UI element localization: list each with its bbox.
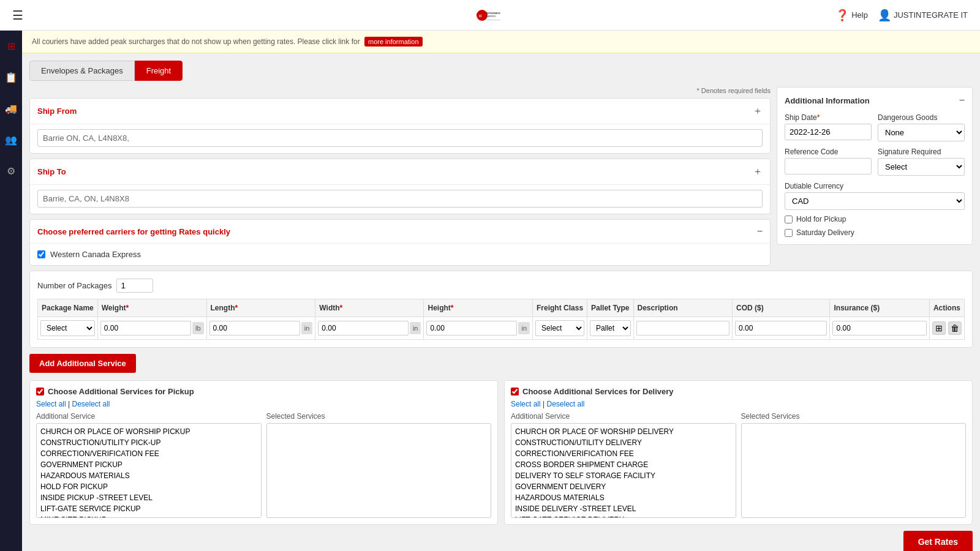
svg-point-0 [477, 10, 488, 21]
list-item: CHURCH OR PLACE OF WORSHIP DELIVERY [511, 426, 736, 437]
delivery-deselect-all-link[interactable]: Deselect all [547, 400, 585, 408]
list-item: CONSTRUCTION/UTILITY PICK-UP [37, 437, 261, 448]
ship-date-input[interactable] [785, 124, 872, 140]
ship-to-header[interactable]: Ship To ＋ [30, 159, 770, 184]
table-header-row: Package Name Weight* Length* Width* Heig… [38, 299, 965, 317]
pickup-panel-checkbox[interactable] [36, 388, 44, 395]
reference-code-label: Reference Code [785, 148, 872, 156]
pickup-deselect-all-link[interactable]: Deselect all [72, 400, 110, 408]
svg-text:IC: IC [479, 13, 482, 17]
user-button[interactable]: 👤 JUSTINTEGRATE IT [878, 9, 968, 22]
dangerous-goods-select[interactable]: None [878, 124, 965, 141]
form-left: * Denotes required fields Ship From ＋ Sh… [29, 87, 771, 271]
col-length: Length* [206, 299, 315, 317]
additional-info-collapse-icon[interactable]: − [959, 95, 965, 106]
top-nav: ☰ IC INTEGRATED CARRIERS "Helping Everyo… [0, 0, 980, 31]
ship-to-input[interactable] [37, 190, 763, 208]
packages-section: Number of Packages Package Name Weight* … [29, 271, 973, 348]
cell-description [633, 317, 733, 340]
list-item: INSIDE DELIVERY -STREET LEVEL [511, 503, 736, 514]
additional-info-header: Additional Information − [785, 95, 965, 106]
weight-input[interactable] [100, 321, 191, 335]
col-width: Width* [315, 299, 424, 317]
western-canada-express-checkbox[interactable] [37, 250, 45, 258]
pickup-services-listbox[interactable]: CHURCH OR PLACE OF WORSHIP PICKUP CONSTR… [36, 423, 262, 518]
length-input[interactable] [209, 321, 300, 335]
ship-from-input[interactable] [37, 129, 763, 147]
sidebar-home-icon[interactable]: ⊞ [4, 37, 19, 56]
tab-envelopes-packages[interactable]: Envelopes & Packages [29, 61, 135, 81]
carriers-section: Choose preferred carriers for getting Ra… [29, 219, 771, 266]
list-item: MINE SITE PICKUP [37, 514, 261, 518]
sidebar-document-icon[interactable]: 📋 [1, 68, 21, 87]
pickup-selected-listbox[interactable] [266, 423, 492, 518]
svg-text:"Helping Everyone Succeed": "Helping Everyone Succeed" [486, 18, 500, 20]
tab-freight[interactable]: Freight [135, 61, 183, 81]
cod-input[interactable] [735, 321, 827, 335]
list-item: CORRECTION/VERIFICATION FEE [511, 448, 736, 459]
ship-from-content [30, 124, 770, 153]
col-weight: Weight* [97, 299, 206, 317]
list-item: GOVERNMENT DELIVERY [511, 481, 736, 492]
carriers-header[interactable]: Choose preferred carriers for getting Ra… [30, 220, 770, 243]
delivery-services-listbox[interactable]: CHURCH OR PLACE OF WORSHIP DELIVERY CONS… [511, 423, 736, 518]
carriers-label: Choose preferred carriers for getting Ra… [37, 227, 230, 236]
form-right: Additional Information − Ship Date* Dang… [777, 87, 973, 245]
delivery-panel-checkbox[interactable] [511, 388, 519, 395]
ship-from-expand-icon[interactable]: ＋ [753, 105, 763, 118]
hold-for-pickup-checkbox[interactable] [785, 216, 793, 223]
freight-class-select[interactable]: Select [535, 320, 584, 336]
ship-from-section: Ship From ＋ [29, 98, 771, 154]
help-button[interactable]: ❓ Help [835, 9, 868, 22]
pickup-select-all-link[interactable]: Select all [36, 400, 66, 408]
col-description: Description [633, 299, 733, 317]
insurance-input[interactable] [832, 321, 926, 335]
pallet-type-select[interactable]: Pallet [590, 320, 630, 336]
list-item: LIFT-GATE SERVICE PICKUP [37, 503, 261, 514]
delivery-selected-listbox[interactable] [741, 423, 967, 518]
svg-text:CARRIERS: CARRIERS [486, 15, 496, 18]
delivery-select-all-link[interactable]: Select all [511, 400, 541, 408]
copy-row-button[interactable]: ⊞ [932, 321, 946, 335]
packages-table: Package Name Weight* Length* Width* Heig… [37, 299, 965, 340]
width-input[interactable] [318, 321, 409, 335]
pkg-count-input[interactable] [116, 279, 153, 293]
delete-row-button[interactable]: 🗑 [948, 321, 962, 335]
saturday-delivery-row: Saturday Delivery [785, 228, 965, 237]
ship-to-expand-icon[interactable]: ＋ [753, 165, 763, 178]
list-item: CROSS BORDER SHIPMENT CHARGE [511, 459, 736, 470]
ship-from-header[interactable]: Ship From ＋ [30, 99, 770, 124]
list-item: HAZARDOUS MATERIALS [511, 492, 736, 503]
description-input[interactable] [636, 321, 730, 335]
cell-actions: ⊞ 🗑 [929, 317, 964, 340]
sidebar-settings-icon[interactable]: ⚙ [3, 162, 19, 181]
banner-message: All couriers have added peak surcharges … [32, 37, 360, 46]
ship-to-label: Ship To [37, 167, 66, 176]
saturday-delivery-checkbox[interactable] [785, 229, 793, 237]
main-content: Envelopes & Packages Freight * Denotes r… [22, 53, 980, 551]
signature-required-select[interactable]: Select [878, 158, 965, 176]
cell-cod [733, 317, 830, 340]
sidebar-truck-icon[interactable]: 🚚 [1, 99, 21, 118]
hamburger-menu[interactable]: ☰ [12, 8, 23, 23]
package-name-select[interactable]: Select [40, 320, 95, 336]
ship-to-content [30, 184, 770, 214]
carriers-collapse-icon[interactable]: − [757, 226, 763, 237]
dangerous-goods-label: Dangerous Goods [878, 113, 965, 122]
height-input[interactable] [426, 321, 517, 335]
action-icons: ⊞ 🗑 [932, 321, 962, 335]
list-item: CONSTRUCTION/UTILITY DELIVERY [511, 437, 736, 448]
weight-unit: lb [192, 322, 204, 334]
hold-for-pickup-row: Hold for Pickup [785, 215, 965, 223]
more-info-link[interactable]: more information [364, 37, 423, 47]
delivery-panel-label: Choose Additional Services for Delivery [522, 387, 674, 396]
reference-code-input[interactable] [785, 158, 872, 174]
user-icon: 👤 [878, 9, 891, 22]
additional-info-title: Additional Information [785, 96, 870, 105]
length-unit: in [301, 322, 313, 334]
get-rates-button[interactable]: Get Rates [903, 531, 973, 551]
dutiable-currency-select[interactable]: CAD [785, 192, 965, 210]
delivery-selected-label: Selected Services [741, 412, 967, 421]
sidebar-contacts-icon[interactable]: 👥 [1, 130, 21, 149]
add-additional-service-button[interactable]: Add Additional Service [29, 354, 136, 373]
